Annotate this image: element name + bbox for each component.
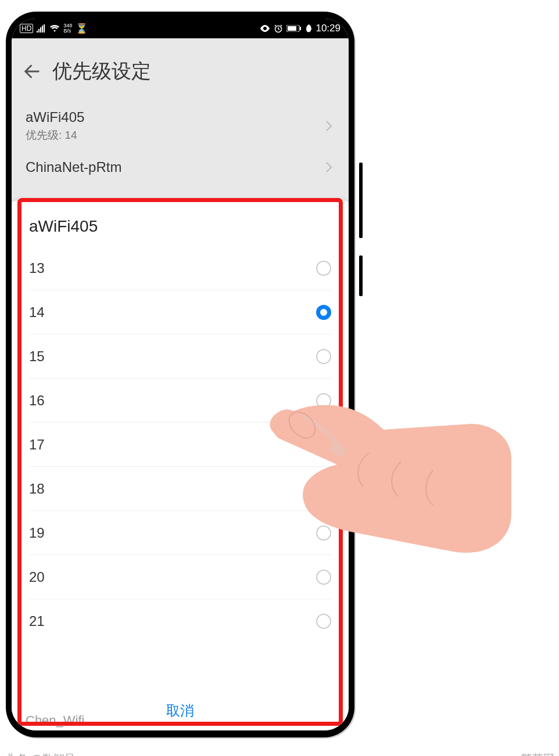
priority-option[interactable]: 14 bbox=[29, 290, 331, 334]
wifi-list-item[interactable]: ChinaNet-pRtm bbox=[12, 151, 349, 183]
option-label: 20 bbox=[29, 569, 45, 585]
wifi-icon bbox=[49, 24, 60, 33]
clock-time: 10:29 bbox=[316, 23, 341, 34]
chevron-right-icon bbox=[325, 161, 332, 173]
watermark-site: 繁荣网 bbox=[521, 751, 554, 756]
radio-icon bbox=[316, 437, 331, 452]
option-label: 16 bbox=[29, 393, 45, 409]
radio-icon bbox=[316, 261, 331, 276]
wifi-name: ChinaNet-pRtm bbox=[26, 159, 335, 175]
option-label: 18 bbox=[29, 481, 45, 497]
volume-button bbox=[359, 163, 363, 238]
svg-rect-2 bbox=[288, 26, 296, 31]
svg-rect-3 bbox=[300, 27, 301, 30]
hd-icon: HD bbox=[20, 24, 33, 33]
option-label: 13 bbox=[29, 260, 45, 276]
wifi-list-item[interactable]: aWiFi405优先级: 14 bbox=[12, 101, 349, 151]
priority-option[interactable]: 20 bbox=[29, 555, 331, 599]
option-label: 21 bbox=[29, 613, 45, 629]
priority-option[interactable]: 13 bbox=[29, 246, 331, 290]
hidden-wifi-peek: Chen_Wifi bbox=[26, 713, 84, 728]
option-label: 14 bbox=[29, 304, 45, 321]
status-bar: HD 348 B/s ⏳ bbox=[12, 19, 349, 38]
battery-icon bbox=[286, 25, 302, 32]
priority-option[interactable]: 15 bbox=[29, 334, 331, 379]
option-label: 15 bbox=[29, 348, 45, 365]
alarm-icon bbox=[274, 24, 283, 33]
hourglass-icon: ⏳ bbox=[76, 23, 88, 35]
radio-icon bbox=[316, 305, 331, 320]
priority-option[interactable]: 16 bbox=[29, 379, 331, 423]
power-button bbox=[359, 255, 363, 296]
priority-option[interactable]: 19 bbox=[29, 511, 331, 555]
priority-option[interactable]: 21 bbox=[29, 599, 331, 643]
option-label: 19 bbox=[29, 525, 45, 541]
priority-option[interactable]: 18 bbox=[29, 467, 331, 511]
page-title: 优先级设定 bbox=[52, 58, 151, 85]
watermark-source: 头条 @数智风 bbox=[6, 751, 76, 756]
radio-icon bbox=[316, 570, 331, 585]
radio-icon bbox=[316, 349, 331, 364]
wifi-name: aWiFi405 bbox=[26, 109, 335, 125]
option-label: 17 bbox=[29, 437, 45, 453]
radio-icon bbox=[316, 481, 331, 496]
back-arrow-icon[interactable] bbox=[22, 62, 42, 81]
mobile-signal-icon bbox=[37, 24, 46, 33]
radio-icon bbox=[316, 525, 331, 541]
chevron-right-icon bbox=[325, 120, 332, 132]
priority-option[interactable]: 17 bbox=[29, 423, 331, 467]
wifi-subtitle: 优先级: 14 bbox=[26, 128, 335, 143]
eye-icon bbox=[260, 25, 270, 32]
cancel-button[interactable]: 取消 bbox=[166, 701, 194, 720]
page-header: 优先级设定 bbox=[12, 38, 349, 101]
network-speed: 348 B/s bbox=[63, 23, 72, 34]
leaf-icon bbox=[305, 24, 312, 33]
radio-icon bbox=[316, 393, 331, 408]
priority-picker-modal: aWiFi405 131415161718192021 取消 bbox=[12, 201, 349, 730]
radio-icon bbox=[316, 614, 331, 629]
modal-title: aWiFi405 bbox=[12, 201, 349, 246]
